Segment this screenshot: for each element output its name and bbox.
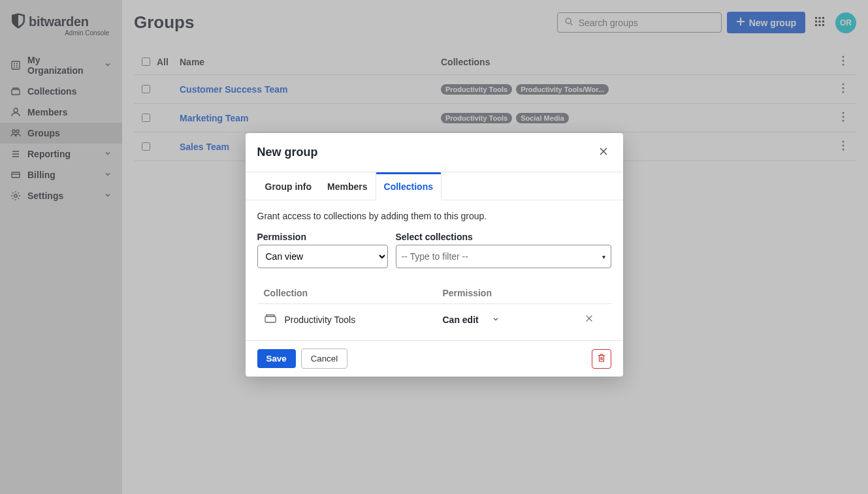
- permission-label: Permission: [257, 232, 388, 242]
- caret-down-icon: ▾: [602, 253, 605, 260]
- modal-footer: Save Cancel: [246, 340, 623, 377]
- trash-icon: [597, 353, 606, 364]
- collection-name: Productivity Tools: [285, 315, 356, 325]
- close-button[interactable]: [596, 144, 611, 161]
- select-collections-label: Select collections: [396, 232, 611, 242]
- modal-body: Grant access to collections by adding th…: [246, 200, 623, 340]
- remove-collection-button[interactable]: [573, 314, 605, 325]
- tab-members[interactable]: Members: [319, 172, 375, 200]
- tab-collections[interactable]: Collections: [376, 172, 442, 200]
- cancel-button[interactable]: Cancel: [301, 348, 348, 369]
- modal-description: Grant access to collections by adding th…: [257, 211, 611, 221]
- modal-tabs: Group info Members Collections: [246, 172, 623, 200]
- collections-table-header: Collection Permission: [257, 283, 611, 304]
- modal-title: New group: [257, 146, 318, 159]
- new-group-modal: New group Group info Members Collections…: [246, 133, 623, 377]
- close-icon: [585, 314, 594, 325]
- modal-header: New group: [246, 133, 623, 172]
- save-button[interactable]: Save: [257, 349, 296, 368]
- close-icon: [598, 148, 609, 159]
- select-collections-field: Select collections -- Type to filter -- …: [396, 232, 611, 268]
- row-permission-value: Can edit: [443, 315, 479, 325]
- collections-table-row: Productivity Tools Can edit: [257, 304, 611, 335]
- col-collection: Collection: [264, 288, 443, 298]
- collection-icon: [264, 313, 277, 326]
- delete-button[interactable]: [592, 349, 611, 369]
- chevron-down-icon: [492, 315, 500, 325]
- svg-rect-29: [265, 316, 276, 322]
- row-permission-picker[interactable]: Can edit: [443, 315, 573, 325]
- filter-placeholder: -- Type to filter --: [402, 251, 468, 262]
- permission-field: Permission Can view: [257, 232, 388, 268]
- collections-filter-input[interactable]: -- Type to filter -- ▾: [396, 245, 611, 268]
- permission-select[interactable]: Can view: [257, 245, 388, 268]
- col-permission: Permission: [443, 288, 573, 298]
- tab-group-info[interactable]: Group info: [257, 172, 320, 200]
